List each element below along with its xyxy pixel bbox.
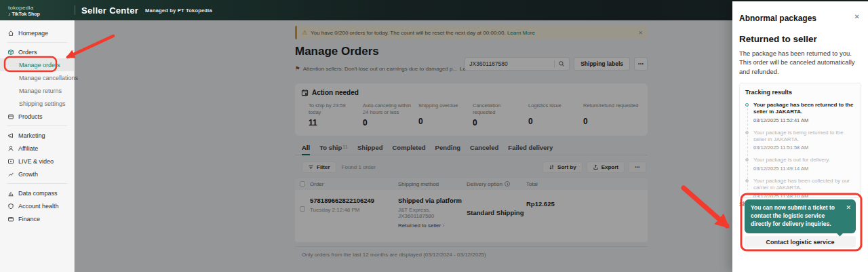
- tracking-timeline: Your package has been returned to the se…: [745, 102, 855, 198]
- bar-chart-icon: [7, 190, 14, 197]
- growth-chart-icon: [7, 171, 14, 178]
- sidebar-item-homepage[interactable]: Homepage: [0, 26, 74, 39]
- timeline-dot: [745, 131, 749, 134]
- contact-logistic-service-button[interactable]: Contact logistic service: [745, 236, 856, 248]
- card-icon: [7, 216, 14, 222]
- shield-icon: [7, 203, 14, 210]
- tooltip-text: You can now submit a ticket to contact t…: [751, 204, 844, 229]
- orders-box-icon: [7, 49, 14, 56]
- tracking-results-title: Tracking results: [745, 89, 855, 96]
- tracking-event: Your package is out for delivery. 03/12/…: [745, 157, 855, 171]
- brand-logos: tokopedia ♪ TikTok Shop: [0, 5, 75, 16]
- sidebar-item-manage-orders[interactable]: Manage orders: [0, 58, 74, 71]
- abnormal-packages-panel: ✕ Abnormal packages Returned to seller T…: [732, 1, 868, 272]
- panel-description: The package has been returned to you. Th…: [739, 49, 861, 76]
- sidebar-item-affiliate[interactable]: Affiliate: [0, 142, 74, 155]
- sidebar-item-products[interactable]: Products: [0, 110, 74, 123]
- sidebar-item-data-compass[interactable]: Data compass: [0, 187, 74, 199]
- tooltip-close-icon[interactable]: ✕: [846, 204, 851, 211]
- tooltip-caret: [837, 229, 844, 236]
- sidebar-item-marketing[interactable]: Marketing: [0, 129, 74, 142]
- sidebar-item-manage-cancellations[interactable]: Manage cancellations: [0, 71, 74, 84]
- sidebar-item-growth[interactable]: Growth: [0, 168, 74, 180]
- logistic-service-tooltip: You can now submit a ticket to contact t…: [745, 199, 856, 233]
- tracking-event: Your package has been returned to the se…: [745, 102, 855, 123]
- timeline-dot: [745, 179, 749, 182]
- sidebar-divider: [7, 125, 67, 126]
- tracking-results-card: Tracking results Your package has been r…: [739, 83, 861, 198]
- tracking-event: Your package is being returned to the se…: [745, 130, 855, 151]
- megaphone-icon: [7, 132, 14, 139]
- sidebar-divider: [7, 183, 67, 184]
- products-icon: [7, 113, 14, 120]
- tiktok-shop-logo: ♪ TikTok Shop: [8, 12, 75, 16]
- timeline-dot-active: [745, 103, 749, 106]
- sidebar-divider: [7, 42, 67, 43]
- panel-heading: Returned to seller: [739, 34, 861, 44]
- panel-close-icon[interactable]: ✕: [854, 13, 860, 20]
- home-icon: [7, 30, 14, 37]
- topbar-divider: [75, 5, 75, 15]
- sidebar-item-shipping-settings[interactable]: Shipping settings: [0, 97, 74, 110]
- sidebar-item-orders[interactable]: Orders: [0, 45, 74, 58]
- sidebar: Homepage Orders Manage orders Manage can…: [0, 20, 75, 272]
- sidebar-item-live-video[interactable]: LIVE & video: [0, 155, 74, 168]
- timeline-dot: [745, 158, 749, 161]
- app-title: Seller Center: [81, 5, 138, 16]
- tokopedia-logo: tokopedia: [8, 5, 75, 11]
- modal-dim-overlay: [75, 20, 732, 272]
- play-screen-icon: [7, 158, 14, 165]
- tracking-event: Your package has been collected by our c…: [745, 178, 855, 198]
- panel-title: Abnormal packages: [739, 14, 861, 23]
- managed-by-label: Managed by PT Tokopedia: [145, 7, 212, 14]
- sidebar-item-manage-returns[interactable]: Manage returns: [0, 84, 74, 97]
- sidebar-item-account-health[interactable]: Account health: [0, 199, 74, 212]
- app-window: tokopedia ♪ TikTok Shop Seller Center Ma…: [0, 0, 868, 272]
- person-icon: [7, 145, 14, 152]
- sidebar-item-finance[interactable]: Finance: [0, 212, 74, 225]
